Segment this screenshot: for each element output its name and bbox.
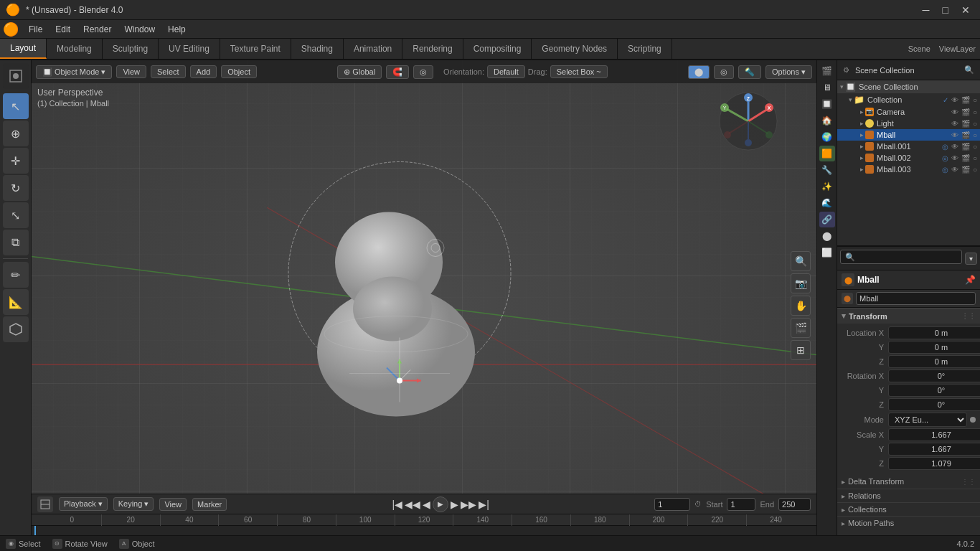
timeline-type-selector[interactable] (37, 496, 53, 512)
rotation-y-input[interactable] (888, 384, 980, 397)
location-y-input[interactable] (888, 341, 980, 354)
keying-btn[interactable]: Keying ▾ (113, 497, 154, 511)
minimize-button[interactable]: ─ (918, 3, 934, 17)
prop-tab-render[interactable]: 🎬 (819, 63, 835, 79)
tool-move[interactable]: ✛ (3, 148, 29, 174)
light-camera-icon[interactable]: 🎬 (961, 120, 970, 128)
outliner-scene-collection[interactable]: ▾ 🔲 Scene Collection (837, 80, 980, 93)
rotation-x-input[interactable] (888, 369, 980, 382)
tab-rendering[interactable]: Rendering (402, 39, 463, 59)
prev-frame-btn[interactable]: ◀ (423, 499, 430, 510)
collection-eye-icon[interactable]: 👁 (951, 96, 958, 104)
mball002-restrict-icon[interactable]: ○ (973, 154, 977, 162)
outliner-filter-btn[interactable]: 🔍 (964, 65, 974, 75)
outliner-collection[interactable]: ▾ 📁 Collection ✓ 👁 🎬 ○ (837, 93, 980, 106)
mball003-restrict-icon[interactable]: ○ (973, 166, 977, 174)
tool-select[interactable]: ↖ (3, 93, 29, 119)
prop-tab-physics[interactable]: 🌊 (819, 195, 835, 211)
tool-cursor[interactable]: ⊕ (3, 121, 29, 146)
mball001-eye-icon[interactable]: 👁 (951, 143, 958, 151)
mball003-restrict-check[interactable]: ◎ (942, 166, 948, 174)
outliner-mball-001[interactable]: ▸ Mball.001 ◎ 👁 🎬 ○ (837, 141, 980, 152)
collection-restrict-icon[interactable]: ○ (973, 96, 977, 104)
menu-file[interactable]: File (23, 22, 48, 37)
select-menu-btn[interactable]: Select (151, 65, 186, 78)
tab-uv-editing[interactable]: UV Editing (159, 39, 220, 59)
rotation-mode-select[interactable]: XYZ Eu... (888, 413, 967, 427)
view-menu-btn[interactable]: View (116, 65, 146, 78)
next-frame-btn[interactable]: ▶ (451, 499, 458, 510)
jump-to-end-btn[interactable]: ▶| (479, 499, 489, 510)
editor-type-selector[interactable]: 🔲 Object Mode ▾ (36, 65, 112, 79)
tab-modeling[interactable]: Modeling (47, 39, 103, 59)
prop-tab-object[interactable]: 🟧 (819, 146, 835, 161)
tool-scale[interactable]: ⤡ (3, 202, 29, 228)
drag-select-btn[interactable]: Select Box ~ (550, 65, 608, 78)
camera-camera-icon[interactable]: 🎬 (961, 108, 970, 116)
outliner-mball-002[interactable]: ▸ Mball.002 ◎ 👁 🎬 ○ (837, 152, 980, 164)
mball001-restrict-check[interactable]: ◎ (942, 143, 948, 151)
next-keyframe-btn[interactable]: ▶▶ (461, 499, 476, 510)
scene-3d[interactable]: User Perspective (1) Collection | Mball … (32, 60, 816, 551)
prop-tab-world[interactable]: 🌍 (819, 129, 835, 145)
prop-tab-data[interactable]: ⬤ (819, 228, 835, 244)
jump-to-start-btn[interactable]: |◀ (392, 499, 403, 510)
light-eye-icon[interactable]: 👁 (951, 120, 958, 128)
menu-window[interactable]: Window (118, 22, 161, 37)
prop-tab-modifiers[interactable]: 🔧 (819, 162, 835, 178)
light-restrict-icon[interactable]: ○ (973, 120, 977, 128)
menu-help[interactable]: Help (162, 22, 192, 37)
menu-render[interactable]: Render (77, 22, 117, 37)
prop-tab-view-layer[interactable]: 🔲 (819, 96, 835, 112)
outliner-mball-003[interactable]: ▸ Mball.003 ◎ 👁 🎬 ○ (837, 164, 980, 175)
mball-eye-icon[interactable]: 👁 (951, 131, 958, 139)
prop-tab-material[interactable]: ⬜ (819, 245, 835, 260)
outliner-light[interactable]: ▸ Light 👁 🎬 ○ (837, 118, 980, 129)
props-search-input[interactable] (840, 250, 962, 264)
collection-camera-icon[interactable]: 🎬 (961, 96, 970, 104)
pin-icon[interactable]: 📌 (965, 275, 976, 285)
play-pause-btn[interactable]: ▶ (433, 496, 448, 512)
tab-geometry-nodes[interactable]: Geometry Nodes (532, 39, 618, 59)
viewport-3d[interactable]: 🔲 Object Mode ▾ View Select Add Object ⊕… (32, 60, 816, 551)
tab-shading[interactable]: Shading (291, 39, 344, 59)
prop-tab-particles[interactable]: ✨ (819, 179, 835, 194)
mball-restrict-icon[interactable]: ○ (973, 131, 977, 139)
playback-btn[interactable]: Playback ▾ (59, 497, 108, 511)
pan-btn[interactable]: ✋ (791, 296, 811, 316)
tab-texture-paint[interactable]: Texture Paint (220, 39, 291, 59)
prop-tab-scene[interactable]: 🏠 (819, 113, 835, 128)
current-frame-input[interactable] (654, 498, 690, 511)
mball002-restrict-check[interactable]: ◎ (942, 154, 948, 162)
mball002-eye-icon[interactable]: 👁 (951, 154, 958, 162)
scale-y-input[interactable] (888, 443, 980, 456)
object-menu-btn[interactable]: Object (221, 65, 257, 78)
zoom-in-btn[interactable]: 🔍 (791, 251, 811, 271)
viewport-shading-solid[interactable]: ⬤ (688, 65, 710, 79)
collections-section[interactable]: ▸ Collections (837, 502, 980, 516)
tab-sculpting[interactable]: Sculpting (103, 39, 159, 59)
mball001-camera-icon[interactable]: 🎬 (961, 143, 970, 151)
tool-rotate[interactable]: ↻ (3, 175, 29, 201)
mball002-camera-icon[interactable]: 🎬 (961, 154, 970, 162)
start-frame-input[interactable] (727, 498, 755, 511)
motion-paths-section[interactable]: ▸ Motion Paths (837, 516, 980, 529)
tool-annotate[interactable]: ✏ (3, 262, 29, 288)
marker-btn[interactable]: Marker (192, 498, 227, 511)
outliner-camera[interactable]: ▸ 📷 Camera 👁 🎬 ○ (837, 106, 980, 118)
tab-scripting[interactable]: Scripting (618, 39, 672, 59)
mball001-restrict-icon[interactable]: ○ (973, 143, 977, 151)
end-frame-input[interactable] (778, 498, 811, 511)
view-btn[interactable]: View (159, 498, 187, 511)
maximize-button[interactable]: □ (938, 3, 953, 17)
options-btn[interactable]: Options ▾ (765, 65, 812, 79)
menu-edit[interactable]: Edit (50, 22, 76, 37)
scale-x-input[interactable] (888, 428, 980, 441)
prop-tab-constraints[interactable]: 🔗 (819, 212, 835, 227)
props-filter-btn[interactable]: ▾ (965, 253, 977, 265)
camera-eye-icon[interactable]: 👁 (951, 108, 958, 116)
tool-transform[interactable]: ⧉ (3, 230, 29, 255)
outliner-mball[interactable]: ▸ Mball 👁 🎬 ○ (837, 129, 980, 141)
prop-tab-output[interactable]: 🖥 (819, 80, 835, 95)
collection-check-icon[interactable]: ✓ (943, 96, 948, 104)
